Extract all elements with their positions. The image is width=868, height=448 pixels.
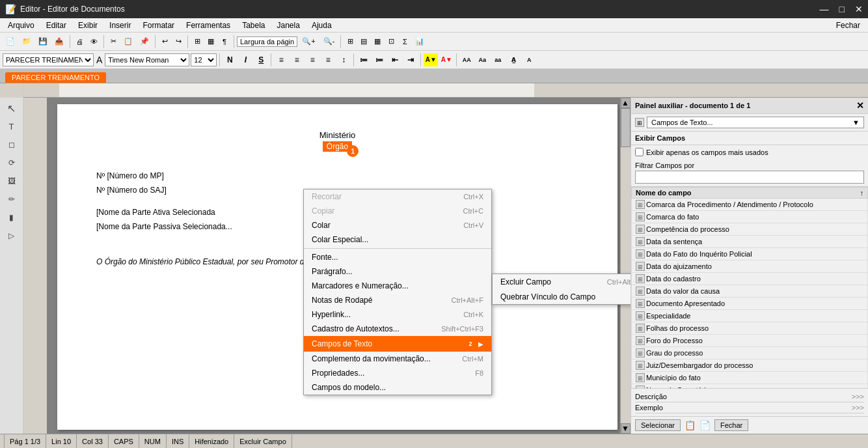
- grid2-btn[interactable]: ▤: [357, 35, 370, 49]
- grid4-btn[interactable]: ⊡: [385, 35, 398, 49]
- minimize-btn[interactable]: —: [820, 4, 829, 14]
- menu-ajuda[interactable]: Ajuda: [306, 20, 337, 31]
- sidebar-image-icon[interactable]: 🖼: [4, 173, 20, 189]
- doc-tab[interactable]: PARECER TREINAMENTO: [5, 72, 106, 83]
- highlight-btn[interactable]: A▼: [424, 53, 438, 66]
- campos-dropdown-btn[interactable]: Campos de Texto... ▼: [647, 117, 864, 128]
- style-select[interactable]: PARECER TREINAMENTO: [3, 53, 94, 66]
- redo-btn[interactable]: ↪: [172, 35, 185, 49]
- grid3-btn[interactable]: ▦: [371, 35, 384, 49]
- table-row[interactable]: ⊞Data da sentença: [632, 236, 868, 248]
- table-btn[interactable]: ⊞: [191, 35, 204, 49]
- zoom-out-btn[interactable]: 🔍-: [320, 35, 338, 49]
- save-btn[interactable]: 💾: [35, 35, 51, 49]
- ctx-autotextos[interactable]: Cadastro de Autotextos... Shift+Ctrl+F3: [304, 322, 491, 336]
- close-btn[interactable]: ✕: [855, 4, 863, 14]
- table-row[interactable]: ⊞Documento Apresentado: [632, 298, 868, 310]
- ctx-marcadores[interactable]: Marcadores e Numeração...: [304, 279, 491, 293]
- indent-right-btn[interactable]: ⇥: [403, 53, 418, 66]
- preview-btn[interactable]: 👁: [87, 35, 101, 49]
- align-left-btn[interactable]: ≡: [274, 53, 288, 66]
- copy-btn[interactable]: 📋: [120, 35, 136, 49]
- bullet-list-btn[interactable]: ≔: [357, 53, 371, 66]
- ctx-colar-especial[interactable]: Colar Especial...: [304, 232, 491, 247]
- italic-btn[interactable]: I: [238, 53, 252, 66]
- case-btn1[interactable]: AA: [459, 53, 474, 66]
- sidebar-draw-icon[interactable]: ✏: [4, 191, 20, 207]
- calc-btn[interactable]: Σ: [398, 35, 411, 49]
- sidebar-highlight-icon[interactable]: ▮: [4, 210, 20, 225]
- paste-btn[interactable]: 📌: [137, 35, 152, 49]
- ctx-rodape[interactable]: Notas de Rodapé Ctrl+Alt+F: [304, 293, 491, 307]
- table-row[interactable]: ⊞Data do Fato do Inquérito Policial: [632, 248, 868, 260]
- bold-btn[interactable]: N: [223, 53, 237, 66]
- align-center-btn[interactable]: ≡: [290, 53, 304, 66]
- submenu-quebrar[interactable]: Quebrar Vínculo do Campo Ctrl+Q: [493, 290, 631, 304]
- case-btn4[interactable]: A̲: [506, 53, 521, 66]
- submenu-excluir[interactable]: Excluir Campo Ctrl+Alt+E 3: [493, 274, 631, 290]
- print-btn[interactable]: 🖨: [73, 35, 87, 49]
- ctx-complemento[interactable]: Complemento da movimentação... Ctrl+M: [304, 352, 491, 366]
- menu-arquivo[interactable]: Arquivo: [3, 20, 40, 31]
- ctx-paragrafo[interactable]: Parágrafo...: [304, 264, 491, 279]
- case-btn3[interactable]: aa: [491, 53, 505, 66]
- select-btn[interactable]: Selecionar: [635, 419, 681, 431]
- ctx-propriedades[interactable]: Propriedades... F8: [304, 366, 491, 380]
- align-justify-btn[interactable]: ≡: [321, 53, 335, 66]
- table-row[interactable]: ⊞Juiz/Desembargador do processo: [632, 359, 868, 372]
- scrollbar-thumb[interactable]: [621, 108, 631, 147]
- undo-btn[interactable]: ↩: [158, 35, 171, 49]
- font-select[interactable]: Times New Roman: [105, 53, 189, 66]
- right-panel-close-btn[interactable]: ✕: [856, 100, 864, 111]
- menu-ferramentas[interactable]: Ferramentas: [181, 20, 236, 31]
- document-scroll-area[interactable]: ▲ ▼ Ministério Órgão 1 Nº [Número do MP]…: [23, 98, 631, 434]
- grid-btn[interactable]: ⊞: [344, 35, 357, 49]
- menu-inserir[interactable]: Inserir: [104, 20, 136, 31]
- pilcrow-btn[interactable]: ¶: [218, 35, 231, 49]
- case-btn5[interactable]: A: [522, 53, 536, 66]
- table-row[interactable]: ⊞Folhas do processo: [632, 322, 868, 335]
- fields-scroll[interactable]: Nome do campo ↑ ⊞Comarca da Procedimento…: [631, 187, 868, 388]
- new-btn[interactable]: 📄: [3, 35, 18, 49]
- ctx-colar[interactable]: Colar Ctrl+V: [304, 218, 491, 232]
- table-row[interactable]: ⊞Data do cadastro: [632, 273, 868, 285]
- sidebar-cursor-icon[interactable]: ↖: [4, 100, 20, 116]
- ctx-fonte[interactable]: Fonte...: [304, 250, 491, 264]
- font-color-btn[interactable]: A▼: [439, 53, 454, 66]
- table-row[interactable]: ⊞Especialidade: [632, 310, 868, 322]
- ctx-hyperlink[interactable]: Hyperlink... Ctrl+K: [304, 307, 491, 322]
- ctx-campos-texto[interactable]: Campos de Texto 2 ▶: [304, 336, 491, 352]
- num-list-btn[interactable]: ≔: [372, 53, 387, 66]
- table-row[interactable]: ⊞Grau do processo: [632, 347, 868, 359]
- case-btn2[interactable]: Aa: [475, 53, 489, 66]
- indent-left-btn[interactable]: ⇤: [388, 53, 402, 66]
- sidebar-rotate-icon[interactable]: ⟳: [4, 155, 20, 171]
- table-row[interactable]: ⊞Município do fato: [632, 372, 868, 384]
- export-btn[interactable]: 📤: [51, 35, 67, 49]
- title-bar-controls[interactable]: — □ ✕: [820, 4, 863, 14]
- chart-btn[interactable]: 📊: [412, 35, 427, 49]
- table-row[interactable]: ⊞Data do ajuizamento: [632, 260, 868, 273]
- table2-btn[interactable]: ▦: [204, 35, 217, 49]
- sidebar-expand-icon[interactable]: ▷: [4, 228, 20, 244]
- scrollbar-down-btn[interactable]: ▼: [621, 423, 631, 434]
- open-btn[interactable]: 📁: [19, 35, 34, 49]
- underline-btn[interactable]: S: [254, 53, 268, 66]
- close-footer-btn[interactable]: Fechar: [714, 419, 748, 431]
- align-right-btn[interactable]: ≡: [305, 53, 319, 66]
- menu-exibir[interactable]: Exibir: [73, 20, 103, 31]
- sidebar-shape-icon[interactable]: ◻: [4, 137, 20, 152]
- size-select[interactable]: 12: [191, 53, 217, 66]
- table-row[interactable]: ⊞Comarca da Procedimento / Atendimento /…: [632, 199, 868, 211]
- table-row[interactable]: ⊞Foro do Processo: [632, 335, 868, 347]
- campos-usados-checkbox[interactable]: [635, 148, 644, 156]
- zoom-in-btn[interactable]: 🔍+: [299, 35, 318, 49]
- scrollbar-up-btn[interactable]: ▲: [621, 98, 631, 108]
- table-row[interactable]: ⊞Comarca do fato: [632, 211, 868, 223]
- line-spacing-btn[interactable]: ↕: [336, 53, 351, 66]
- sidebar-text-icon[interactable]: T: [4, 119, 20, 134]
- table-row[interactable]: ⊞Data do valor da causa: [632, 285, 868, 298]
- maximize-btn[interactable]: □: [839, 4, 845, 14]
- filter-input[interactable]: [635, 171, 864, 184]
- cut-btn[interactable]: ✂: [107, 35, 120, 49]
